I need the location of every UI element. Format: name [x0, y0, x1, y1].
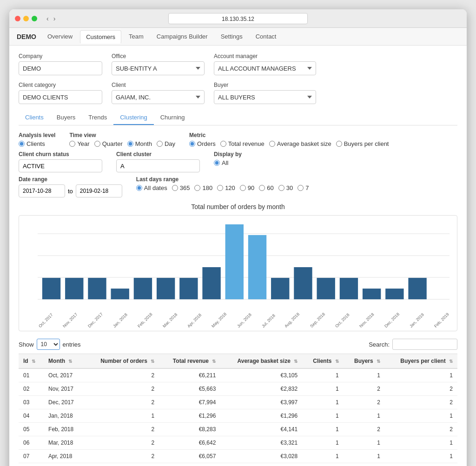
tab-clients[interactable]: Clients [19, 111, 50, 125]
last-days-365-label: 365 [180, 184, 190, 191]
time-month-radio[interactable] [127, 141, 133, 147]
metric-revenue-radio[interactable] [220, 141, 226, 147]
bar-jan-2019 [385, 289, 403, 299]
cell-orders: 2 [85, 396, 159, 409]
search-input[interactable] [392, 339, 457, 350]
table-row: 07 Apr, 2018 2 €6,057 €3,028 1 1 1 [19, 450, 457, 463]
cell-id: 02 [19, 382, 44, 396]
time-quarter-radio[interactable] [94, 141, 100, 147]
time-day-radio[interactable] [157, 141, 163, 147]
tab-buyers[interactable]: Buyers [50, 111, 82, 125]
client-cluster-input[interactable] [116, 159, 200, 172]
entries-select[interactable]: 10 25 50 [37, 339, 60, 350]
last-days-180: 180 [194, 184, 212, 191]
display-all-radio[interactable] [214, 160, 220, 166]
cell-id: 03 [19, 396, 44, 409]
bar-jul-2018 [248, 235, 266, 299]
nav-overview[interactable]: Overview [42, 30, 78, 43]
cell-avg-basket: €2,832 [220, 382, 302, 396]
col-buyers-per-client: Buyers per client ⇅ [385, 354, 457, 369]
last-days-90-radio[interactable] [240, 185, 246, 191]
client-category-input[interactable] [19, 90, 102, 104]
col-id: Id ⇅ [19, 354, 44, 369]
analysis-level-radios: Clients [19, 140, 55, 147]
time-day-label: Day [165, 140, 175, 147]
cell-clients: 1 [302, 382, 344, 396]
last-days-60-radio[interactable] [259, 185, 265, 191]
table-row: 02 Nov, 2017 2 €5,663 €2,832 1 2 2 [19, 382, 457, 396]
last-days-all-radio[interactable] [136, 185, 142, 191]
url-bar[interactable]: 18.130.35.12 [168, 13, 308, 24]
last-days-120-radio[interactable] [217, 185, 223, 191]
minimize-button[interactable] [23, 16, 29, 21]
nav-campaigns[interactable]: Campaigns Builder [151, 30, 213, 43]
display-all: All [214, 159, 228, 166]
last-days-30-label: 30 [286, 184, 293, 191]
last-days-30-radio[interactable] [278, 185, 284, 191]
cell-avg-basket: €3,105 [220, 368, 302, 382]
time-month: Month [127, 140, 152, 147]
col-avg-basket: Average basket size ⇅ [220, 354, 302, 369]
tab-trends[interactable]: Trends [82, 111, 113, 125]
nav-team[interactable]: Team [123, 30, 149, 43]
back-button[interactable]: ‹ [45, 14, 51, 23]
last-days-7-radio[interactable] [298, 185, 304, 191]
nav-settings[interactable]: Settings [215, 30, 248, 43]
titlebar: ‹ › 18.130.35.12 [9, 9, 467, 28]
cell-buyers-per-client: 1 [385, 463, 457, 466]
metric-basket-radio[interactable] [269, 141, 275, 147]
time-year: Year [69, 140, 89, 147]
company-input[interactable] [19, 61, 102, 75]
client-cluster-label: Client cluster [116, 151, 200, 158]
chart-title: Total number of orders by month [19, 203, 457, 210]
analysis-clients-radio[interactable] [19, 141, 25, 147]
display-by-group: Display by All [214, 151, 242, 172]
browser-nav: ‹ › [45, 14, 57, 23]
tab-clustering[interactable]: Clustering [113, 111, 154, 125]
cell-orders: 1 [85, 409, 159, 423]
office-label: Office [112, 53, 205, 59]
cell-avg-basket: €2,544 [220, 463, 302, 466]
office-select[interactable]: SUB-ENTITY A [112, 61, 205, 75]
maximize-button[interactable] [32, 16, 37, 21]
bar-sep-2018 [294, 267, 312, 299]
traffic-lights [15, 16, 37, 21]
last-days-60: 60 [259, 184, 273, 191]
table-row: 06 Mar, 2018 2 €6,642 €3,321 1 1 1 [19, 436, 457, 450]
client-select[interactable]: GAIAM, INC. [112, 90, 205, 104]
date-range-label: Date range [19, 176, 122, 183]
last-days-120-label: 120 [225, 184, 235, 191]
date-to-input[interactable] [76, 184, 122, 197]
cell-avg-basket: €3,997 [220, 396, 302, 409]
last-days-365-radio[interactable] [172, 185, 178, 191]
time-view-radios: Year Quarter Month Day [69, 140, 175, 147]
cell-buyers-per-client: 2 [385, 382, 457, 396]
cell-id: 05 [19, 423, 44, 436]
nav-customers[interactable]: Customers [80, 30, 121, 44]
cell-month: May, 2018 [44, 463, 85, 466]
main-tabs: Clients Buyers Trends Clustering Churnin… [19, 111, 457, 125]
metric-buyers-per-client-radio[interactable] [336, 141, 342, 147]
last-days-180-radio[interactable] [194, 185, 200, 191]
date-from-input[interactable] [19, 184, 65, 197]
nav-contact[interactable]: Contact [250, 30, 282, 43]
account-manager-select[interactable]: ALL ACCOUNT MANAGERS [214, 61, 316, 75]
bar-feb-2019 [408, 278, 426, 299]
cell-orders: 2 [85, 382, 159, 396]
cell-clients: 1 [302, 436, 344, 450]
cell-month: Oct, 2017 [44, 368, 85, 382]
bar-jan-2018 [111, 289, 129, 299]
close-button[interactable] [15, 16, 20, 21]
metric-orders-radio[interactable] [189, 141, 195, 147]
client-category-label: Client category [19, 82, 102, 88]
bar-aug-2018 [271, 278, 289, 299]
buyer-select[interactable]: ALL BUYERS [214, 90, 316, 104]
metric-radios: Orders Total revenue Average basket size… [189, 140, 389, 147]
time-year-radio[interactable] [69, 141, 75, 147]
forward-button[interactable]: › [52, 14, 58, 23]
client-churn-input[interactable] [19, 159, 102, 172]
client-filter: Client GAIAM, INC. [112, 82, 205, 104]
cell-month: Mar, 2018 [44, 436, 85, 450]
bar-oct-2017 [42, 278, 60, 299]
tab-churning[interactable]: Churning [154, 111, 192, 125]
